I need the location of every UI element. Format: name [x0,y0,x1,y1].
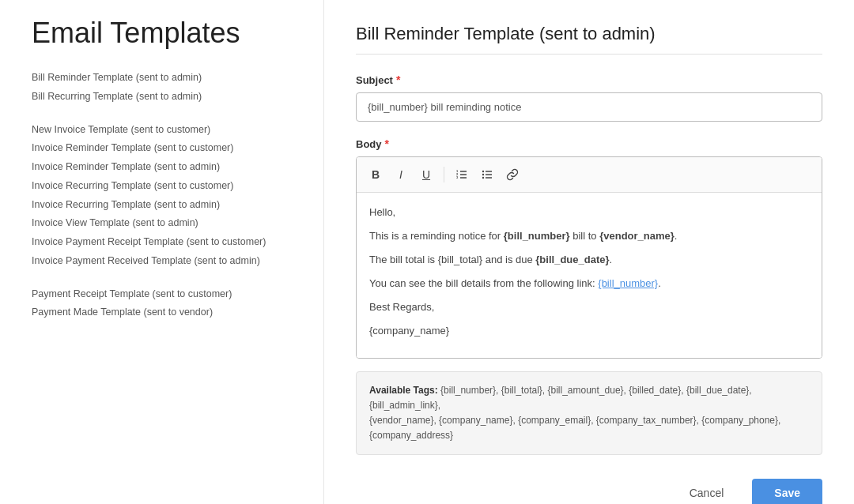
tags-label: Available Tags: [369,385,438,396]
svg-point-8 [482,177,484,179]
sidebar-item-payment-made[interactable]: Payment Made Template (sent to vendor) [32,303,308,322]
sidebar-item-invoice-recurring-admin[interactable]: Invoice Recurring Template (sent to admi… [32,196,308,215]
sidebar-item-invoice-recurring-customer[interactable]: Invoice Recurring Template (sent to cust… [32,177,308,196]
sidebar-group-3: Payment Receipt Template (sent to custom… [32,285,308,323]
sidebar-item-invoice-reminder-admin[interactable]: Invoice Reminder Template (sent to admin… [32,158,308,177]
body-line-link: You can see the bill details from the fo… [369,275,809,292]
tags-box: Available Tags: {bill_number}, {bill_tot… [356,371,822,456]
footer-buttons: Cancel Save [356,479,822,504]
body-line-company: {company_name} [369,322,809,340]
body-required-star: * [385,137,389,150]
page-title: Email Templates [32,16,308,50]
toolbar-divider-1 [444,167,444,182]
subject-input[interactable] [356,92,822,122]
underline-button[interactable]: U [415,164,437,186]
sidebar-item-invoice-view-admin[interactable]: Invoice View Template (sent to admin) [32,214,308,233]
main-content: Bill Reminder Template (sent to admin) S… [324,0,854,504]
sidebar: Email Templates Bill Reminder Template (… [0,0,324,504]
svg-text:3: 3 [456,175,459,179]
sidebar-item-new-invoice[interactable]: New Invoice Template (sent to customer) [32,121,308,140]
bold-button[interactable]: B [365,164,387,186]
italic-button[interactable]: I [390,164,412,186]
cancel-button[interactable]: Cancel [671,479,743,504]
svg-point-6 [482,171,484,172]
subject-label: Subject * [356,73,822,86]
svg-point-7 [482,174,484,175]
body-editor: B I U 1 2 3 [356,156,822,359]
ordered-list-button[interactable]: 1 2 3 [451,164,473,186]
sidebar-item-bill-recurring[interactable]: Bill Recurring Template (sent to admin) [32,88,308,107]
editor-toolbar: B I U 1 2 3 [357,157,822,193]
subject-required-star: * [396,73,400,86]
body-line-reminding: This is a reminding notice for {bill_num… [369,228,809,245]
unordered-list-button[interactable] [476,164,498,186]
body-line-hello: Hello, [369,204,809,221]
sidebar-item-invoice-reminder-customer[interactable]: Invoice Reminder Template (sent to custo… [32,139,308,158]
link-button[interactable] [501,164,523,186]
body-line-total: The bill total is {bill_total} and is du… [369,251,809,269]
sidebar-item-bill-reminder[interactable]: Bill Reminder Template (sent to admin) [32,69,308,88]
body-field-group: Body * B I U 1 2 3 [356,137,822,359]
save-button[interactable]: Save [752,479,822,504]
body-label: Body * [356,137,822,150]
sidebar-item-invoice-payment-received[interactable]: Invoice Payment Received Template (sent … [32,252,308,271]
sidebar-group-2: New Invoice Template (sent to customer) … [32,121,308,271]
body-editor-content[interactable]: Hello, This is a reminding notice for {b… [357,193,822,358]
body-line-regards: Best Regards, [369,299,809,316]
sidebar-item-invoice-payment-receipt[interactable]: Invoice Payment Receipt Template (sent t… [32,233,308,252]
subject-field-group: Subject * [356,73,822,137]
sidebar-item-payment-receipt[interactable]: Payment Receipt Template (sent to custom… [32,285,308,304]
sidebar-group-1: Bill Reminder Template (sent to admin) B… [32,69,308,107]
template-title: Bill Reminder Template (sent to admin) [356,24,822,55]
